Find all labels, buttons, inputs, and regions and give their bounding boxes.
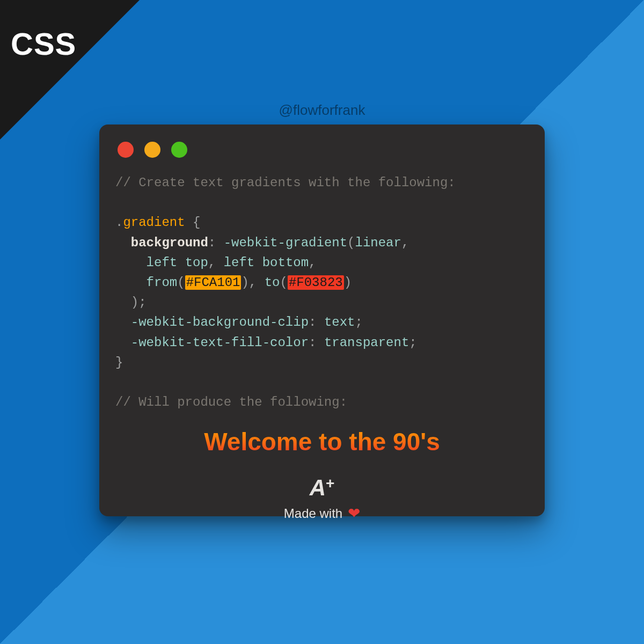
css-value: transparent — [324, 335, 409, 350]
gradient-demo-text: Welcome to the 90's — [115, 427, 529, 456]
window-controls — [118, 142, 529, 158]
css-property: -webkit-text-fill-color — [131, 335, 309, 350]
brand-logo: A+ — [310, 477, 335, 499]
color-swatch-from: #FCA101 — [185, 275, 241, 290]
code-comment: // Create text gradients with the follow… — [115, 175, 456, 190]
close-icon[interactable] — [118, 142, 134, 158]
color-swatch-to: #F03823 — [288, 275, 344, 290]
css-value: text — [324, 315, 355, 330]
code-card: // Create text gradients with the follow… — [99, 125, 545, 516]
corner-badge-label: CSS — [11, 26, 76, 62]
css-function-from: from — [147, 275, 178, 290]
css-value: left — [147, 255, 178, 270]
made-with-line: Made with ❤ — [115, 504, 529, 522]
maximize-icon[interactable] — [171, 142, 187, 158]
css-function: -webkit-gradient — [224, 236, 347, 250]
css-value: linear — [355, 236, 401, 250]
css-selector: gradient — [123, 215, 185, 230]
heart-icon: ❤ — [348, 504, 360, 522]
minimize-icon[interactable] — [144, 142, 160, 158]
card-footer: A+ Made with ❤ — [115, 477, 529, 522]
css-property: background — [131, 236, 208, 250]
css-function-to: to — [265, 275, 280, 290]
logo-a-icon: A — [310, 477, 325, 499]
code-block: // Create text gradients with the follow… — [115, 173, 529, 412]
css-property: -webkit-background-clip — [131, 315, 309, 330]
logo-plus-icon: + — [326, 476, 334, 491]
corner-badge-bg — [0, 0, 140, 140]
author-handle: @flowforfrank — [0, 102, 644, 119]
made-with-label: Made with — [284, 506, 342, 521]
code-comment: // Will produce the following: — [115, 395, 347, 409]
